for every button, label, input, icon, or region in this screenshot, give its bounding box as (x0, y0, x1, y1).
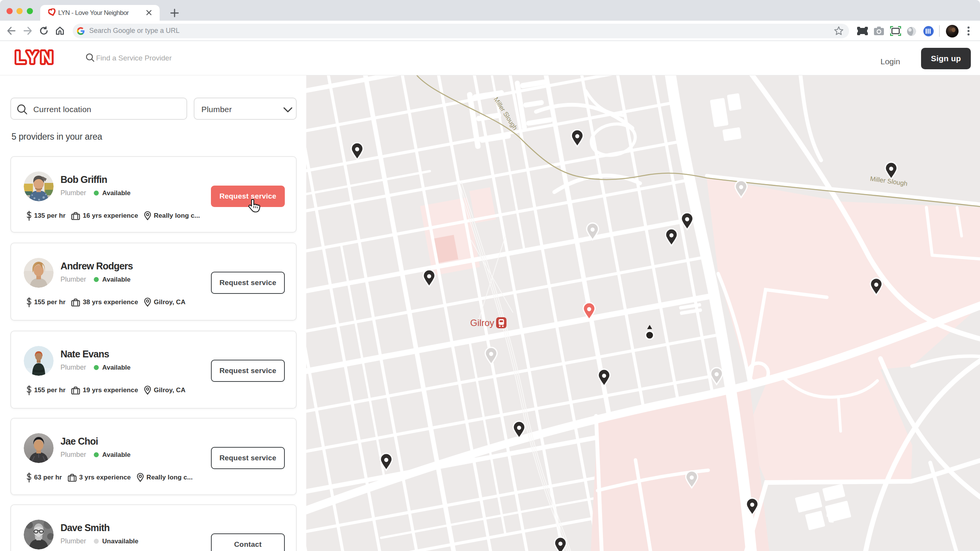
svg-text:Gilroy: Gilroy (470, 318, 494, 328)
svg-text:LYN: LYN (15, 48, 56, 67)
